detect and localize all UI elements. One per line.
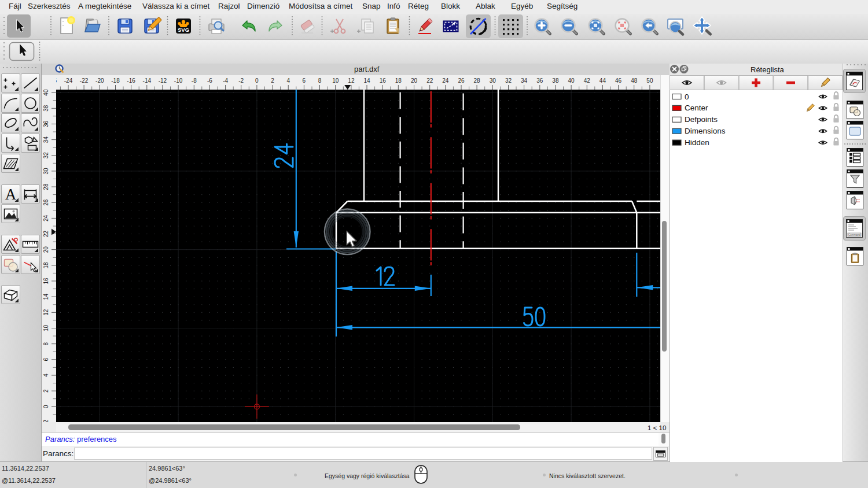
svg-text:-6: -6 <box>207 77 212 84</box>
svg-text:34: 34 <box>43 136 49 143</box>
svg-text:6: 6 <box>303 77 306 84</box>
svg-text:14: 14 <box>363 77 370 84</box>
svg-text:-8: -8 <box>192 77 197 84</box>
svg-text:36: 36 <box>43 120 49 127</box>
svg-text:2: 2 <box>43 389 49 393</box>
svg-text:28: 28 <box>474 77 481 84</box>
svg-text:16: 16 <box>380 77 387 84</box>
svg-text:28: 28 <box>43 183 49 190</box>
svg-text:-10: -10 <box>174 77 183 84</box>
svg-text:10: 10 <box>332 77 339 84</box>
svg-text:48: 48 <box>631 77 638 84</box>
svg-text:24: 24 <box>43 215 49 221</box>
svg-text:14: 14 <box>43 293 49 300</box>
svg-text:-18: -18 <box>111 77 120 84</box>
svg-text:-20: -20 <box>95 77 104 84</box>
svg-text:20: 20 <box>411 77 418 84</box>
svg-text:38: 38 <box>552 77 559 84</box>
svg-text:0: 0 <box>255 77 259 84</box>
svg-text:26: 26 <box>43 199 49 206</box>
svg-text:32: 32 <box>43 152 49 159</box>
svg-text:6: 6 <box>43 358 49 361</box>
svg-text:44: 44 <box>599 77 606 84</box>
svg-text:50: 50 <box>646 77 653 84</box>
svg-text:42: 42 <box>584 77 591 84</box>
svg-text:4: 4 <box>286 77 290 84</box>
svg-text:Command: Command <box>848 234 860 236</box>
svg-text:10: 10 <box>43 325 49 332</box>
svg-text:12: 12 <box>43 309 49 316</box>
svg-text:12: 12 <box>348 77 355 84</box>
svg-text:2: 2 <box>271 77 274 84</box>
svg-text:38: 38 <box>43 105 49 112</box>
svg-text:8: 8 <box>318 77 322 84</box>
svg-text:22: 22 <box>426 77 433 84</box>
svg-text:34: 34 <box>521 77 528 84</box>
svg-text:-4: -4 <box>223 77 228 84</box>
svg-text:4: 4 <box>43 374 49 377</box>
svg-text:8: 8 <box>43 342 49 345</box>
svg-text:-22: -22 <box>80 77 89 84</box>
svg-text:-12: -12 <box>159 77 167 84</box>
svg-text:16: 16 <box>43 278 49 284</box>
svg-text:30: 30 <box>43 168 49 175</box>
svg-text:46: 46 <box>615 77 622 84</box>
svg-text:32: 32 <box>505 77 512 84</box>
svg-text:30: 30 <box>490 77 496 84</box>
svg-text:-24: -24 <box>64 77 73 84</box>
svg-text:SVG: SVG <box>178 27 189 33</box>
svg-text:22: 22 <box>43 231 49 238</box>
svg-text:A: A <box>5 185 17 202</box>
svg-text:-2: -2 <box>238 77 244 84</box>
svg-text:26: 26 <box>458 77 465 84</box>
svg-text:0: 0 <box>43 405 49 408</box>
svg-text:18: 18 <box>43 262 49 269</box>
svg-text:40: 40 <box>568 77 575 84</box>
svg-text:24: 24 <box>442 77 449 84</box>
svg-text:40: 40 <box>43 90 49 96</box>
svg-text:-16: -16 <box>127 77 135 84</box>
svg-text:18: 18 <box>395 77 402 84</box>
svg-text:-14: -14 <box>143 77 152 84</box>
svg-text:36: 36 <box>536 77 543 84</box>
svg-text:20: 20 <box>43 246 49 253</box>
